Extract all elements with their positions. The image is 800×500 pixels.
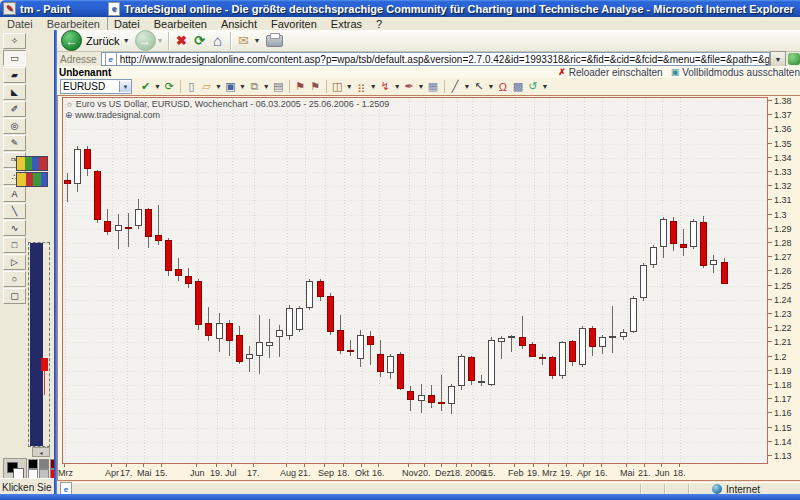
color-picker-tool-icon[interactable]: ✐ <box>3 101 26 117</box>
free-select-tool-icon[interactable]: ✧ <box>3 33 26 49</box>
color-swatch[interactable] <box>39 459 49 469</box>
ie-menu-item-extras[interactable]: Extras <box>324 18 369 30</box>
chart-window-icon[interactable]: ▩ <box>510 80 525 94</box>
reloader-x-icon[interactable]: ✗ <box>558 67 566 77</box>
print-button[interactable] <box>266 35 283 47</box>
paint-status-text: Klicken Sie in Men <box>2 482 54 493</box>
fullscreen-icon[interactable]: ▣ <box>671 67 680 77</box>
candle <box>599 337 606 347</box>
image-thumbnail-icon[interactable] <box>16 156 48 171</box>
gridline <box>567 98 568 464</box>
canvas-selection[interactable] <box>28 242 50 447</box>
gridline <box>112 98 113 464</box>
apply-icon-caret[interactable]: ▼ <box>154 83 161 90</box>
indicator-icon-caret[interactable]: ▼ <box>394 83 401 90</box>
ie-address-bar: Adresse e http://www.tradesignalonline.c… <box>57 52 800 66</box>
chart-type-icon[interactable]: ◫ <box>330 80 345 94</box>
paint-menu-item-datei[interactable]: Datei <box>0 18 40 30</box>
strategy-icon[interactable]: ✒ <box>402 80 417 94</box>
ie-title-bar[interactable]: e TradeSignal online - Die größte deutsc… <box>100 0 800 17</box>
line-tool-icon[interactable]: ╲ <box>3 203 26 219</box>
select-tool-icon[interactable]: ▭ <box>3 50 26 66</box>
strategy-icon-caret[interactable]: ▼ <box>418 83 425 90</box>
magnifier-tool-icon[interactable]: ◎ <box>3 118 26 134</box>
color-swatch[interactable] <box>50 459 54 469</box>
polygon-tool-icon[interactable]: ▷ <box>3 254 26 270</box>
undo-icon[interactable]: ↺ <box>525 80 540 94</box>
open-folder-icon[interactable]: ▱ <box>199 80 214 94</box>
color-swatch-widget[interactable] <box>3 458 27 480</box>
rounded-rect-tool-icon[interactable]: ▢ <box>3 288 26 304</box>
candle <box>428 395 435 403</box>
paint-title-bar[interactable]: ✎ tm - Paint <box>0 0 107 17</box>
stop-button[interactable]: ✖ <box>173 32 191 50</box>
draw-line-icon[interactable]: ╱ <box>448 80 463 94</box>
mail-button[interactable]: ✉ <box>235 32 253 50</box>
back-button[interactable]: ← <box>61 30 82 51</box>
image-thumbnail-icon[interactable] <box>16 172 48 187</box>
paint-window-icon: ✎ <box>3 2 16 15</box>
candle <box>104 221 111 232</box>
gridline <box>325 98 326 464</box>
fill-tool-icon[interactable]: ◣ <box>3 84 26 100</box>
ie-menu-item-help[interactable]: ? <box>369 18 389 30</box>
print-icon[interactable]: ▤ <box>271 80 286 94</box>
address-input[interactable]: e http://www.tradesignalonline.com/conte… <box>101 52 770 66</box>
symbol-dropdown-caret[interactable]: ▼ <box>119 81 131 92</box>
magnet-icon[interactable]: Ω <box>495 80 510 94</box>
cursor-icon-caret[interactable]: ▼ <box>487 83 494 90</box>
reload-chart-icon[interactable]: ⟳ <box>162 80 177 94</box>
chart-type-icon-caret[interactable]: ▼ <box>346 83 353 90</box>
apply-icon[interactable]: ✔ <box>138 80 153 94</box>
save-icon-caret[interactable]: ▼ <box>239 83 246 90</box>
canvas-red-marker <box>41 358 48 371</box>
cursor-icon[interactable]: ↖ <box>471 80 486 94</box>
indicator-icon[interactable]: ↯ <box>378 80 393 94</box>
go-button-icon[interactable] <box>788 53 800 65</box>
copy-icon-caret[interactable]: ▼ <box>263 83 270 90</box>
chart-style-icon-caret[interactable]: ▼ <box>370 83 377 90</box>
new-document-icon[interactable]: ▯ <box>184 80 199 94</box>
chart-plot-area[interactable] <box>62 97 768 464</box>
text-tool-icon[interactable]: A <box>3 186 26 202</box>
flag-window-icon[interactable]: ⚑ <box>308 80 323 94</box>
forward-button[interactable]: → <box>135 30 156 51</box>
copy-icon[interactable]: ⧉ <box>247 80 262 94</box>
flag-red-icon[interactable]: ⚑ <box>293 80 308 94</box>
rectangle-tool-icon[interactable]: □ <box>3 237 26 253</box>
paint-menu-bar: DateiBearbeiten <box>0 17 108 30</box>
mail-dropdown-caret[interactable]: ▼ <box>254 37 261 44</box>
gridline <box>287 98 288 464</box>
ie-menu-item-ansicht[interactable]: Ansicht <box>214 18 264 30</box>
eraser-tool-icon[interactable]: ▰ <box>3 67 26 83</box>
back-button-label[interactable]: Zurück <box>86 35 120 47</box>
chart-style-icon[interactable]: ⣶ <box>354 80 369 94</box>
draw-line-icon-caret[interactable]: ▼ <box>464 83 471 90</box>
curve-tool-icon[interactable]: ∿ <box>3 220 26 236</box>
ie-menu-item-favoriten[interactable]: Favoriten <box>264 18 324 30</box>
reloader-link[interactable]: Reloader einschalten <box>569 67 663 78</box>
save-icon[interactable]: ▣ <box>223 80 238 94</box>
address-dropdown-button[interactable]: ▼ <box>770 51 786 67</box>
properties-icon[interactable]: ▦ <box>426 80 441 94</box>
paint-hscroll[interactable]: ◂ <box>32 447 50 457</box>
ie-menu-item-datei[interactable]: Datei <box>107 18 147 30</box>
candle <box>347 350 354 352</box>
paint-menu-item-bearbeiten[interactable]: Bearbeiten <box>40 18 107 30</box>
fullscreen-link[interactable]: Vollbildmodus ausschalten <box>682 67 800 78</box>
symbol-value[interactable]: EURUSD <box>61 81 119 92</box>
candle <box>165 240 172 271</box>
home-button[interactable]: ⌂ <box>209 32 227 50</box>
address-url-text[interactable]: http://www.tradesignalonline.com/content… <box>120 54 770 65</box>
forward-dropdown-caret[interactable]: ▼ <box>157 37 164 44</box>
color-swatch[interactable] <box>28 459 38 469</box>
symbol-combobox[interactable]: EURUSD ▼ <box>60 79 132 94</box>
back-dropdown-caret[interactable]: ▼ <box>123 37 130 44</box>
pencil-tool-icon[interactable]: ✎ <box>3 135 26 151</box>
ie-menu-item-bearbeiten[interactable]: Bearbeiten <box>147 18 214 30</box>
ellipse-tool-icon[interactable]: ○ <box>3 271 26 287</box>
candle <box>195 281 202 325</box>
undo-icon-caret[interactable]: ▼ <box>541 83 548 90</box>
open-folder-icon-caret[interactable]: ▼ <box>215 83 222 90</box>
refresh-button[interactable]: ⟳ <box>191 32 209 50</box>
